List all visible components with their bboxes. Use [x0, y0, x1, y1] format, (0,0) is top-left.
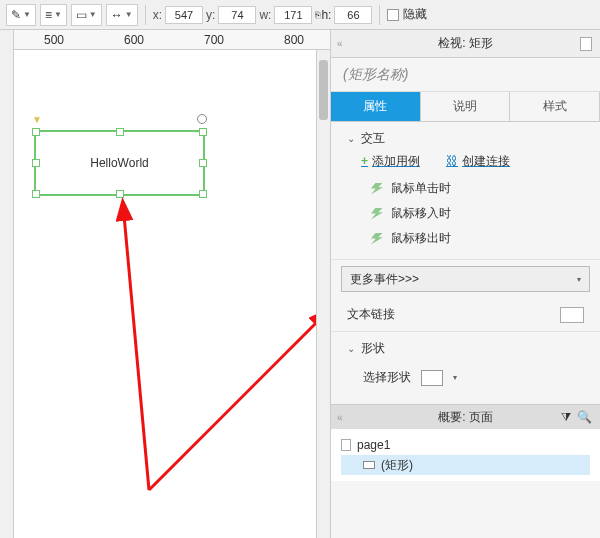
- create-link[interactable]: ⛓创建连接: [446, 153, 510, 170]
- panel-tabs: 属性 说明 样式: [331, 92, 600, 122]
- collapse-icon[interactable]: «: [337, 412, 343, 423]
- rotate-handle[interactable]: [197, 114, 207, 124]
- shape-section: ⌄ 形状 选择形状 ▾: [331, 332, 600, 404]
- scrollbar-thumb[interactable]: [319, 60, 328, 120]
- resize-handle[interactable]: [32, 128, 40, 136]
- pencil-tool[interactable]: ✎▼: [6, 4, 36, 26]
- section-heading[interactable]: ⌄ 交互: [347, 130, 584, 147]
- shape-name-row[interactable]: (矩形名称): [331, 58, 600, 92]
- text-link-label: 文本链接: [347, 306, 395, 323]
- chevron-down-icon: ▼: [23, 10, 31, 19]
- inspector-panel: « 检视: 矩形 (矩形名称) 属性 说明 样式 ⌄ 交互 +添加用例 ⛓创建连…: [330, 30, 600, 538]
- position-controls: x: y: w: ⎘h:: [153, 6, 373, 24]
- border-icon: ▭: [76, 8, 87, 22]
- outline-title: 概要: 页面: [438, 409, 493, 426]
- add-case-link[interactable]: +添加用例: [361, 153, 420, 170]
- resize-handle[interactable]: [116, 128, 124, 136]
- shape-swatch[interactable]: [421, 370, 443, 386]
- tree-page[interactable]: page1: [341, 435, 590, 455]
- svg-line-0: [124, 215, 149, 490]
- interaction-links: +添加用例 ⛓创建连接: [347, 153, 584, 170]
- ruler-tick: 600: [124, 33, 144, 47]
- filter-icon[interactable]: ⧩: [561, 410, 571, 424]
- tab-style[interactable]: 样式: [510, 92, 600, 121]
- chevron-down-icon: ⌄: [347, 133, 355, 144]
- hide-label: 隐藏: [403, 6, 427, 23]
- resize-handle[interactable]: [199, 159, 207, 167]
- shape-select-row: 选择形状 ▾: [347, 363, 584, 396]
- h-input[interactable]: [334, 6, 372, 24]
- section-heading[interactable]: ⌄ 形状: [347, 340, 584, 357]
- vertical-scrollbar[interactable]: [316, 50, 330, 538]
- w-input[interactable]: [274, 6, 312, 24]
- search-icon[interactable]: 🔍: [577, 410, 592, 424]
- separator: [379, 5, 380, 25]
- chevron-down-icon: ▾: [577, 275, 581, 284]
- chevron-down-icon[interactable]: ▾: [453, 373, 457, 382]
- link-icon: ⛓: [446, 154, 458, 168]
- resize-handle[interactable]: [199, 128, 207, 136]
- tab-properties[interactable]: 属性: [331, 92, 421, 121]
- resize-handle[interactable]: [116, 190, 124, 198]
- line-icon: ≡: [45, 8, 52, 22]
- top-toolbar: ✎▼ ≡▼ ▭▼ ↔▼ x: y: w: ⎘h: 隐藏: [0, 0, 600, 30]
- outline-tree: page1 (矩形): [331, 429, 600, 481]
- resize-handle[interactable]: [32, 159, 40, 167]
- pencil-icon: ✎: [11, 8, 21, 22]
- ruler-tick: 800: [284, 33, 304, 47]
- border-style[interactable]: ▭▼: [71, 4, 102, 26]
- separator: [145, 5, 146, 25]
- lock-icon: ⎘: [315, 10, 320, 20]
- bolt-icon: [371, 183, 383, 195]
- page-icon: [341, 439, 351, 451]
- chevron-down-icon: ▼: [125, 10, 133, 19]
- main-area: 500 600 700 800 ▼ HelloWorld: [0, 30, 600, 538]
- text-link-row: 文本链接: [331, 298, 600, 332]
- interaction-section: ⌄ 交互 +添加用例 ⛓创建连接 鼠标单击时 鼠标移入时 鼠标移出时: [331, 122, 600, 260]
- hide-checkbox[interactable]: [387, 9, 399, 21]
- arrow-icon: ↔: [111, 8, 123, 22]
- outline-header: « 概要: 页面 ⧩ 🔍: [331, 405, 600, 429]
- tree-item-selected[interactable]: (矩形): [341, 455, 590, 475]
- doc-icon[interactable]: [580, 37, 592, 51]
- anchor-icon: ▼: [32, 114, 42, 125]
- more-events-dropdown[interactable]: 更多事件>>> ▾: [341, 266, 590, 292]
- line-style[interactable]: ≡▼: [40, 4, 67, 26]
- ruler-tick: 700: [204, 33, 224, 47]
- rect-icon: [363, 461, 375, 469]
- x-input[interactable]: [165, 6, 203, 24]
- tab-notes[interactable]: 说明: [421, 92, 511, 121]
- annotation-arrows: [14, 50, 330, 538]
- shape-select-label: 选择形状: [363, 369, 411, 386]
- w-label: w:: [259, 8, 271, 22]
- chevron-down-icon: ▼: [54, 10, 62, 19]
- plus-icon: +: [361, 154, 368, 168]
- event-mouseout[interactable]: 鼠标移出时: [347, 226, 584, 251]
- canvas-wrap: 500 600 700 800 ▼ HelloWorld: [14, 30, 330, 538]
- canvas[interactable]: ▼ HelloWorld: [14, 50, 330, 538]
- y-input[interactable]: [218, 6, 256, 24]
- event-click[interactable]: 鼠标单击时: [347, 176, 584, 201]
- shape-text: HelloWorld: [90, 156, 148, 170]
- resize-handle[interactable]: [32, 190, 40, 198]
- x-label: x:: [153, 8, 162, 22]
- y-label: y:: [206, 8, 215, 22]
- panel-title: 检视: 矩形: [438, 35, 493, 52]
- panel-header: « 检视: 矩形: [331, 30, 600, 58]
- chevron-down-icon: ⌄: [347, 343, 355, 354]
- arrow-style[interactable]: ↔▼: [106, 4, 138, 26]
- svg-line-1: [149, 320, 319, 490]
- text-link-button[interactable]: [560, 307, 584, 323]
- ruler-tick: 500: [44, 33, 64, 47]
- chevron-down-icon: ▼: [89, 10, 97, 19]
- collapse-icon[interactable]: «: [337, 38, 343, 49]
- shape-name-placeholder: (矩形名称): [343, 66, 408, 84]
- resize-handle[interactable]: [199, 190, 207, 198]
- bolt-icon: [371, 208, 383, 220]
- h-label: ⎘h:: [315, 8, 331, 22]
- selected-shape[interactable]: ▼ HelloWorld: [34, 130, 205, 196]
- event-mouseover[interactable]: 鼠标移入时: [347, 201, 584, 226]
- bolt-icon: [371, 233, 383, 245]
- ruler-horizontal: 500 600 700 800: [14, 30, 330, 50]
- left-rail: [0, 30, 14, 538]
